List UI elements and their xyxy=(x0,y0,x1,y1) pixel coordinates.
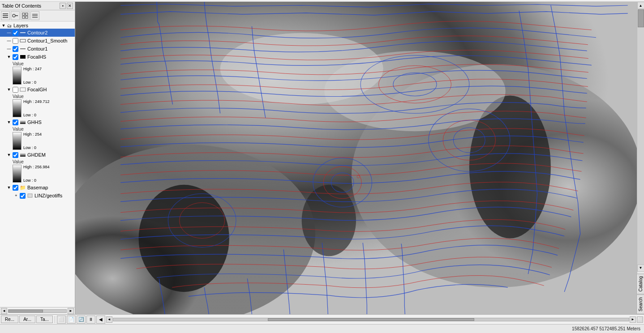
ghhs-expand[interactable]: ▼ xyxy=(6,120,12,125)
map-resize-btn[interactable]: ⬜ xyxy=(637,316,643,323)
ghdem-expand[interactable]: ▼ xyxy=(6,152,12,158)
ghhs-labels: High : 254 Low : 0 xyxy=(23,132,42,150)
layer-ghhs[interactable]: ▼ GHHS xyxy=(0,118,75,126)
hscroll-left[interactable]: ◄ xyxy=(106,316,112,323)
svg-rect-10 xyxy=(32,16,38,17)
toc-close-button[interactable]: ✕ xyxy=(67,3,73,9)
contour2-checkbox[interactable] xyxy=(13,30,18,36)
ghdem-low: Low : 0 xyxy=(23,178,50,183)
toc-pin-button[interactable]: ▪ xyxy=(60,3,66,9)
bottom-tab-ta[interactable]: Ta... xyxy=(36,316,53,323)
catalog-tab[interactable]: Catalog xyxy=(636,273,644,294)
layer-basemap[interactable]: ▼ 📁 Basemap xyxy=(0,184,75,192)
hscroll-track[interactable] xyxy=(113,318,629,321)
focalgh-low: Low : 0 xyxy=(23,113,50,117)
list-by-source-button[interactable] xyxy=(11,11,20,20)
search-tab[interactable]: Search xyxy=(636,295,644,314)
toc-panel: Table Of Contents ▪ ✕ ▼ xyxy=(0,2,75,314)
layers-group-header[interactable]: ▼ 🗂 Layers xyxy=(0,22,75,29)
contour1-checkbox[interactable] xyxy=(13,46,18,52)
focalhs-high: High : 247 xyxy=(23,67,42,71)
map-vscrollbar[interactable]: ▲ ▼ Catalog Search xyxy=(637,2,644,314)
toc-hscroll[interactable]: ◄ ► xyxy=(0,307,75,314)
ghdem-high: High : 256.984 xyxy=(23,165,50,169)
layer-contour1[interactable]: — Contour1 xyxy=(0,45,75,53)
ghdem-icon xyxy=(19,151,26,158)
scroll-up-button[interactable]: ▲ xyxy=(637,2,644,9)
ghhs-gradient xyxy=(13,132,21,150)
focalgh-labels: High : 249.712 Low : 0 xyxy=(23,99,50,117)
contour2-expand[interactable]: — xyxy=(6,30,12,35)
hscroll-right[interactable]: ► xyxy=(630,316,636,323)
basemap-checkbox[interactable] xyxy=(13,185,18,191)
toolbar-btn-5[interactable]: ◀ xyxy=(96,316,105,324)
ghhs-checkbox[interactable] xyxy=(13,120,18,125)
focalhs-checkbox[interactable] xyxy=(13,54,18,60)
toolbar-btn-3[interactable]: 🔄 xyxy=(77,316,86,324)
toc-scroll-right[interactable]: ► xyxy=(68,308,74,314)
focalhs-labels: High : 247 Low : 0 xyxy=(23,67,42,85)
ghhs-name: GHHS xyxy=(27,120,42,125)
layer-ghhs-group: ▼ GHHS Value High : 254 Low : 0 xyxy=(0,118,75,151)
svg-rect-2 xyxy=(3,17,8,18)
svg-rect-4 xyxy=(15,15,18,16)
layer-contour2[interactable]: — Contour2 xyxy=(0,29,75,37)
scroll-thumb[interactable] xyxy=(638,9,644,27)
contour1-expand[interactable]: — xyxy=(6,46,12,51)
toc-hscroll-track[interactable] xyxy=(8,309,67,313)
layer-focalgh[interactable]: ▼ FocalGH xyxy=(0,85,75,94)
toolbar-btn-4[interactable]: ⏸ xyxy=(86,316,95,324)
contour1smooth-expand[interactable]: — xyxy=(6,38,12,43)
bottom-tab-ar[interactable]: Ar... xyxy=(19,316,35,323)
options-button[interactable] xyxy=(30,11,39,20)
focalgh-legend-swatch: High : 249.712 Low : 0 xyxy=(13,99,73,117)
svg-rect-20 xyxy=(28,194,32,197)
linz-checkbox[interactable] xyxy=(20,193,26,199)
focalgh-gradient xyxy=(13,99,21,117)
list-view-button[interactable] xyxy=(1,11,10,20)
focalgh-legend: Value High : 249.712 Low : 0 xyxy=(0,94,75,118)
toc-scroll-left[interactable]: ◄ xyxy=(1,308,7,314)
svg-rect-7 xyxy=(22,16,25,18)
layers-expand-btn[interactable]: ▼ xyxy=(1,23,6,28)
ghhs-legend: Value High : 254 Low : 0 xyxy=(0,126,75,151)
layer-linz-geotiffs[interactable]: + LINZ/geotiffs xyxy=(0,192,75,200)
svg-rect-19 xyxy=(20,153,26,157)
hscroll-thumb[interactable] xyxy=(268,318,474,321)
basemap-name: Basemap xyxy=(27,185,48,190)
map-hscrollbar[interactable]: ◄ ► xyxy=(106,316,636,323)
contour1smooth-checkbox[interactable] xyxy=(13,38,18,44)
map-contours-svg xyxy=(75,2,637,314)
focalhs-low: Low : 0 xyxy=(23,80,42,85)
focalgh-expand[interactable]: ▼ xyxy=(6,87,12,92)
layer-ghdem[interactable]: ▼ GHDEM xyxy=(0,151,75,159)
layer-focalhs-group: ▼ FocalHS Value High : 247 Low : 0 xyxy=(0,53,75,85)
svg-rect-6 xyxy=(26,13,28,15)
toolbar-btn-2[interactable]: 📄 xyxy=(67,316,76,324)
toolbar-btn-1[interactable]: ⬜ xyxy=(57,316,66,324)
scroll-down-button[interactable]: ▼ xyxy=(637,265,644,272)
svg-rect-9 xyxy=(32,14,38,15)
list-visibility-button[interactable] xyxy=(21,11,30,20)
ghdem-checkbox[interactable] xyxy=(13,152,18,158)
layer-contour1smooth[interactable]: — Contour1_Smooth xyxy=(0,37,75,45)
scroll-track[interactable] xyxy=(637,9,644,265)
map-area[interactable] xyxy=(75,2,637,314)
layer-focalhs[interactable]: ▼ FocalHS xyxy=(0,53,75,61)
basemap-expand[interactable]: ▼ xyxy=(6,185,12,190)
svg-rect-0 xyxy=(3,13,8,14)
contour1smooth-icon xyxy=(19,37,26,44)
linz-expand[interactable]: + xyxy=(13,193,19,198)
toc-header: Table Of Contents ▪ ✕ xyxy=(0,2,75,10)
focalhs-legend: Value High : 247 Low : 0 xyxy=(0,61,75,85)
ghdem-legend-title: Value xyxy=(13,159,73,164)
side-panel-tabs: Catalog Search xyxy=(636,273,644,314)
bottom-tab-re[interactable]: Re... xyxy=(1,316,18,323)
contour1-name: Contour1 xyxy=(27,46,47,51)
focalhs-expand[interactable]: ▼ xyxy=(6,54,12,60)
focalgh-checkbox[interactable] xyxy=(13,87,18,93)
focalhs-gradient xyxy=(13,67,21,85)
basemap-icon: 📁 xyxy=(19,184,26,191)
svg-rect-11 xyxy=(32,17,38,18)
ghhs-low: Low : 0 xyxy=(23,145,42,150)
